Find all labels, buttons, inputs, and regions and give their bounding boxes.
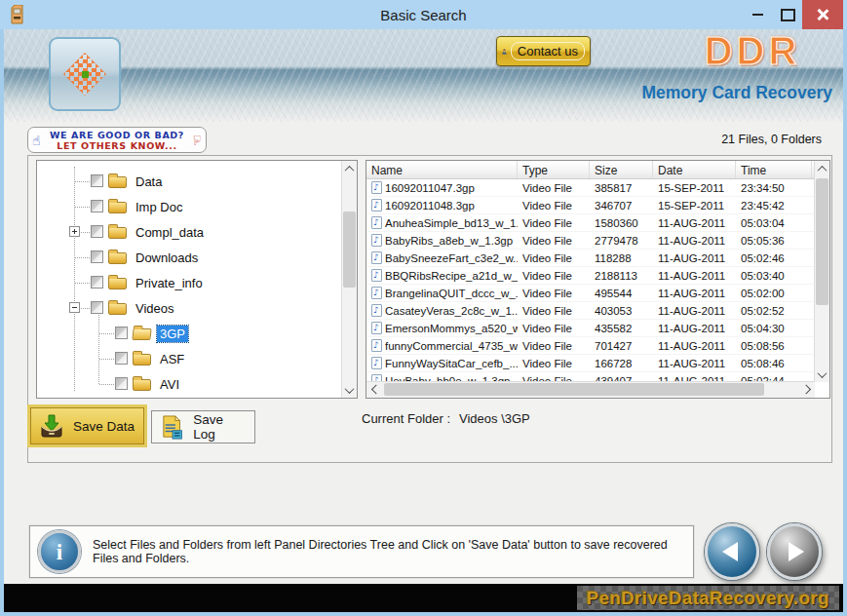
forward-button[interactable] — [767, 523, 822, 580]
tree-item-3gp[interactable]: 3GP — [37, 321, 342, 346]
table-horizontal-scrollbar[interactable] — [366, 381, 815, 398]
scroll-up-button[interactable] — [342, 161, 357, 176]
folder-icon — [108, 227, 127, 239]
collapse-minus-icon[interactable] — [69, 302, 80, 313]
scroll-left-button[interactable] — [366, 382, 382, 397]
tree-checkbox[interactable] — [91, 276, 103, 289]
tree-item-label[interactable]: Downloads — [133, 250, 201, 266]
folder-icon — [133, 354, 151, 366]
file-name-text: BabyRibs_a8eb_w_1.3gp — [385, 235, 513, 247]
scrollbar-thumb[interactable] — [816, 178, 828, 305]
file-size-cell: 385817 — [590, 182, 653, 194]
tree-item-label[interactable]: Videos — [133, 300, 177, 317]
file-date-cell: 11-AUG-2011 — [653, 358, 736, 369]
file-name-cell: BrangelinaQUIT_dccc_w_... — [366, 287, 518, 299]
file-time-cell: 23:34:50 — [736, 182, 812, 194]
file-date-cell: 11-AUG-2011 — [653, 270, 736, 282]
file-name-cell: BabyRibs_a8eb_w_1.3gp — [366, 234, 518, 247]
file-row[interactable]: BabySneezeFart_c3e2_w...Video File118288… — [366, 250, 815, 267]
file-row[interactable]: BrangelinaQUIT_dccc_w_...Video File49554… — [366, 285, 815, 302]
tree-checkbox[interactable] — [91, 301, 103, 314]
feedback-line1: WE ARE GOOD OR BAD? — [50, 130, 184, 140]
maximize-button[interactable] — [773, 0, 802, 29]
save-log-icon — [162, 414, 183, 441]
title-bar: Basic Search — [0, 0, 847, 29]
contact-us-label: Contact us — [511, 42, 585, 60]
file-size-cell: 166728 — [590, 358, 653, 369]
file-row[interactable]: EmersonMommys_a520_w...Video File4355821… — [366, 320, 815, 337]
file-row[interactable]: CasateyVeras_2c8c_w_1....Video File40305… — [366, 302, 815, 320]
minimize-button[interactable] — [743, 0, 772, 29]
file-type-cell: Video File — [518, 252, 590, 264]
expand-plus-icon[interactable] — [69, 226, 80, 237]
save-log-label: Save Log — [193, 412, 245, 442]
tree-vertical-scrollbar[interactable] — [341, 161, 357, 398]
tree-checkbox[interactable] — [91, 200, 103, 212]
column-header-date[interactable]: Date — [653, 161, 736, 178]
file-size-cell: 1580360 — [590, 217, 653, 229]
file-size-cell: 701427 — [590, 340, 653, 352]
arrow-left-icon — [722, 542, 738, 561]
file-name-cell: 16092011048.3gp — [366, 199, 518, 212]
file-name-text: BBQRibsRecipe_a21d_w_... — [385, 270, 518, 282]
back-button[interactable] — [705, 523, 759, 580]
feedback-banner[interactable]: ☝ WE ARE GOOD OR BAD? LET OTHERS KNOW...… — [27, 127, 207, 153]
tree-item-label[interactable]: Data — [133, 173, 165, 190]
column-header-size[interactable]: Size — [590, 161, 653, 178]
scrollbar-thumb[interactable] — [384, 383, 764, 396]
tree-item-label[interactable]: Private_info — [133, 275, 206, 291]
column-header-time[interactable]: Time — [736, 161, 812, 178]
tree-item-downloads[interactable]: Downloads — [37, 245, 342, 270]
file-row[interactable]: BBQRibsRecipe_a21d_w_...Video File218811… — [366, 267, 815, 285]
tree-checkbox[interactable] — [91, 225, 103, 238]
file-row[interactable]: funnyCommercial_4735_w...Video File70142… — [366, 337, 815, 355]
tree-item-imp-doc[interactable]: Imp Doc — [37, 194, 342, 219]
tree-item-compl-data[interactable]: Compl_data — [37, 219, 342, 245]
file-date-cell: 11-AUG-2011 — [653, 340, 736, 352]
tree-item-data[interactable]: Data — [37, 169, 342, 194]
scroll-down-button[interactable] — [342, 382, 357, 398]
scroll-up-button[interactable] — [815, 161, 829, 176]
table-vertical-scrollbar[interactable] — [814, 161, 829, 382]
file-row[interactable]: 16092011047.3gpVideo File38581715-SEP-20… — [366, 179, 815, 197]
tree-item-label[interactable]: AVI — [157, 376, 182, 393]
save-data-button[interactable]: Save Data — [30, 407, 144, 444]
tree-item-videos[interactable]: Videos — [37, 295, 342, 321]
contact-us-button[interactable]: Contact us — [496, 36, 591, 66]
file-time-cell: 05:03:40 — [736, 270, 812, 282]
watermark-text: PenDriveDataRecovery.org — [587, 588, 829, 609]
tree-checkbox[interactable] — [91, 174, 103, 187]
file-row[interactable]: AnuheaSimple_bd13_w_1...Video File158036… — [366, 214, 815, 232]
arrow-right-icon — [789, 542, 804, 561]
file-name-text: FunnyWaySitaCar_cefb_... — [385, 358, 518, 369]
file-list-panel: Name Type Size Date Time 16092011047.3gp… — [366, 160, 830, 399]
tree-checkbox[interactable] — [115, 377, 128, 390]
column-header-name[interactable]: Name — [366, 161, 518, 178]
tree-item-label[interactable]: ASF — [157, 351, 187, 367]
tree-item-label[interactable]: Imp Doc — [133, 199, 185, 215]
scroll-right-button[interactable] — [799, 382, 815, 397]
file-row[interactable]: 16092011048.3gpVideo File34670715-SEP-20… — [366, 197, 815, 214]
main-area: ☝ WE ARE GOOD OR BAD? LET OTHERS KNOW...… — [4, 122, 843, 584]
tree-item-private-info[interactable]: Private_info — [37, 270, 342, 295]
video-file-icon — [371, 357, 382, 369]
tree-checkbox[interactable] — [91, 250, 103, 263]
directory-tree-panel: DataImp DocCompl_dataDownloadsPrivate_in… — [36, 160, 358, 399]
files-folders-count: 21 Files, 0 Folders — [721, 133, 822, 146]
scrollbar-thumb[interactable] — [343, 212, 356, 288]
tree-item-asf[interactable]: ASF — [37, 346, 342, 371]
file-row[interactable]: BabyRibs_a8eb_w_1.3gpVideo File277947811… — [366, 232, 815, 250]
person-icon — [502, 41, 507, 62]
tree-item-avi[interactable]: AVI — [37, 371, 342, 397]
save-log-button[interactable]: Save Log — [151, 410, 255, 443]
close-button[interactable] — [802, 0, 843, 29]
tree-checkbox[interactable] — [115, 352, 128, 365]
file-row[interactable]: FunnyWaySitaCar_cefb_...Video File166728… — [366, 355, 815, 372]
tree-item-label[interactable]: Compl_data — [133, 224, 207, 241]
file-date-cell: 15-SEP-2011 — [653, 200, 736, 212]
tree-checkbox[interactable] — [115, 327, 128, 339]
scroll-down-button[interactable] — [815, 366, 829, 382]
video-file-icon — [371, 339, 382, 352]
column-header-type[interactable]: Type — [518, 161, 590, 178]
tree-item-label[interactable]: 3GP — [157, 326, 188, 342]
